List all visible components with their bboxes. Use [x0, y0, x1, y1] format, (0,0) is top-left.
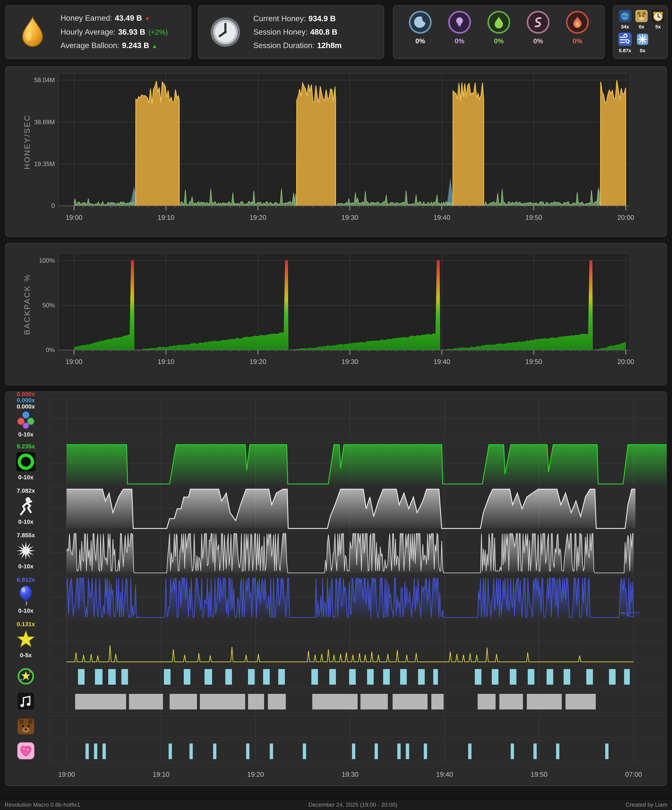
bear-counter: 0x: [635, 24, 648, 30]
session-duration-line: Session Duration:12h8m: [253, 39, 342, 52]
flame-token-percent: 0%: [573, 37, 582, 45]
session-honey-line: Session Honey:480.8 B: [253, 25, 342, 39]
y-tick-label: 100%: [39, 257, 55, 264]
hourly-average-line: Hourly Average:36.93 B(+2%): [61, 25, 168, 39]
flame-token-icon: [566, 11, 589, 34]
hourly-average-label: Hourly Average:: [61, 27, 116, 36]
buff-row-chart-oil-buff: [49, 442, 667, 485]
buff-row-haste: 7.082x 0-10x: [5, 488, 47, 525]
melody-ring-icon: [5, 667, 47, 688]
average-balloon-label: Average Balloon:: [61, 41, 120, 50]
session-duration-label: Session Duration:: [253, 41, 315, 50]
swirl-token: 0%: [522, 11, 555, 45]
x-tick-label: 19:10: [153, 771, 170, 778]
snowflake-counter: 0x: [637, 47, 648, 53]
down-arrow-icon: ▼: [145, 15, 150, 22]
bulb-token: 0%: [443, 11, 476, 45]
moon-token-icon: [409, 11, 431, 34]
x-tick-label: 19:40: [433, 358, 450, 365]
buff-row-chart-multi-buff: [49, 399, 667, 437]
buff-row-burst: 7.855x 0-10x: [5, 532, 47, 569]
backpack-chart: 100%50%0%19:0019:1019:2019:3019:4019:502…: [5, 243, 667, 385]
buff-row-chart-haste-buff: [49, 486, 667, 529]
x-tick-label: 19:00: [58, 771, 75, 778]
buff-row-chart-bear-morph: [49, 716, 667, 737]
buff-row-balloon: 6.912x 0-10x: [5, 577, 47, 614]
average-balloon-value: 9.243 B: [122, 41, 149, 50]
swirl-token-icon: [527, 11, 549, 34]
x-tick-label: 19:50: [531, 771, 547, 778]
x-tick-label: 19:30: [342, 358, 358, 365]
buff-row-chart-star-buff: [49, 620, 667, 663]
mini-counters-panel: 34x 0x 5x 5.87x 0x: [613, 5, 668, 59]
bear-morph-icon: [5, 717, 47, 737]
bulb-token-percent: 0%: [455, 37, 464, 45]
balloon-buff-icon: [5, 585, 47, 608]
x-tick-label: 19:10: [158, 214, 174, 221]
swirl-token-percent: 0%: [533, 37, 543, 45]
bulb-token-icon: [448, 11, 471, 34]
bear-icon: [635, 10, 648, 24]
alarm-clock-icon: [652, 10, 664, 24]
buff-row-chart-music-note: [49, 691, 667, 712]
planet-icon: [619, 10, 631, 24]
heart-icon: [5, 741, 47, 762]
buff-row-star: 0.131x 0-5x: [5, 621, 47, 658]
footer-credit: Created by Liam: [626, 802, 667, 808]
current-honey-line: Current Honey:934.9 B: [253, 12, 342, 25]
oil-range: 0-10x: [5, 474, 47, 481]
droplet-token: 0%: [482, 11, 515, 45]
honey-earned-line: Honey Earned:43.49 B▼: [61, 12, 168, 25]
multi-buff-icon: [5, 410, 47, 431]
star-range: 0-5x: [5, 652, 47, 658]
x-tick-label: 20:00: [617, 358, 634, 365]
session-duration-value: 12h8m: [317, 41, 342, 50]
y-tick-label: 58.04M: [34, 77, 55, 84]
buff-row-heart: [5, 741, 47, 762]
current-honey-label: Current Honey:: [253, 14, 306, 23]
footer-version: Revolution Macro 0.8b-hotfix1: [5, 802, 80, 808]
honey-stats-lines: Honey Earned:43.49 B▼ Hourly Average:36.…: [61, 12, 168, 53]
session-stats-lines: Current Honey:934.9 B Session Honey:480.…: [253, 12, 342, 52]
buff-row-oil: 9.235x 0-10x: [5, 443, 47, 481]
x-tick-label: 19:20: [249, 358, 266, 365]
dashboard-viewport: Honey Earned:43.49 B▼ Hourly Average:36.…: [0, 0, 672, 810]
oil-buff-icon: [5, 451, 47, 474]
planet-counter: 34x: [619, 24, 631, 30]
session-stats-panel: Current Honey:934.9 B Session Honey:480.…: [198, 5, 384, 59]
x-tick-label: 19:50: [525, 214, 542, 221]
up-arrow-icon: ▲: [152, 43, 157, 49]
clock-counter: 5x: [652, 24, 664, 30]
moon-token-percent: 0%: [416, 37, 425, 45]
droplet-token-icon: [488, 11, 510, 34]
haste-mult: 7.082x: [5, 488, 47, 494]
y-tick-label: 19.35M: [34, 160, 55, 167]
current-honey-value: 934.9 B: [308, 14, 336, 23]
pets-range: 0-10x: [5, 431, 47, 437]
honey-drop-icon: [16, 15, 49, 49]
y-tick-label: 0: [51, 202, 55, 209]
average-balloon-line: Average Balloon:9.243 B▲: [61, 39, 168, 53]
pets-mult-red: 0.000x: [5, 391, 47, 397]
hourly-average-value: 36.93 B: [118, 27, 145, 36]
wind-icon: [618, 33, 632, 48]
x-tick-label: 19:00: [66, 358, 83, 365]
honey-per-sec-chart: 58.04M38.69M19.35M019:0019:1019:2019:301…: [5, 66, 667, 237]
star-buff-icon: [5, 629, 47, 652]
moon-token: 0%: [404, 11, 437, 45]
x-tick-label: 19:50: [525, 358, 542, 365]
buff-row-chart-balloon-buff: [49, 575, 667, 618]
honey-earned-value: 43.49 B: [115, 14, 142, 22]
x-tick-label: 07:00: [625, 771, 642, 778]
x-tick-label: 19:10: [158, 358, 174, 365]
haste-buff-icon: [5, 496, 47, 519]
x-tick-label: 19:30: [342, 771, 359, 778]
x-tick-label: 19:40: [433, 214, 450, 221]
honey-stats-panel: Honey Earned:43.49 B▼ Hourly Average:36.…: [5, 5, 191, 59]
buff-row-music: [5, 692, 47, 712]
balloon-range: 0-10x: [5, 608, 47, 614]
session-honey-value: 480.8 B: [310, 27, 337, 36]
burst-mult: 7.855x: [5, 532, 47, 538]
buff-row-chart-burst-buff: [49, 531, 667, 574]
y-tick-label: 38.69M: [34, 119, 55, 125]
